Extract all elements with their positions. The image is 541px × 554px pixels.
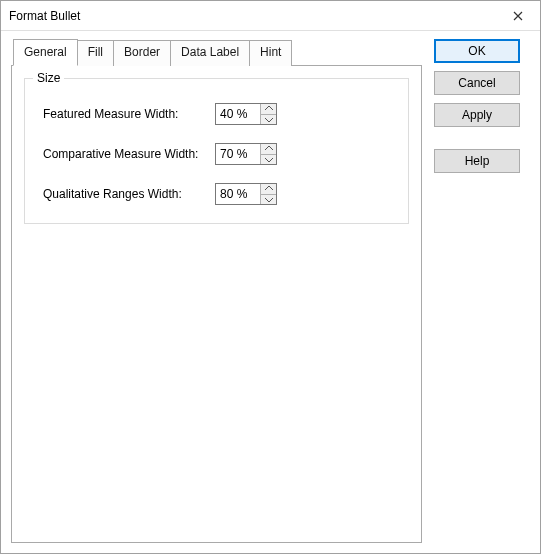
chevron-up-icon (265, 146, 273, 151)
qualitative-ranges-spinner[interactable] (215, 183, 277, 205)
comparative-measure-spinner[interactable] (215, 143, 277, 165)
featured-measure-label: Featured Measure Width: (43, 107, 215, 121)
size-group: Size Featured Measure Width: Compara (24, 78, 409, 224)
dialog-window: Format Bullet General Fill Border Data L… (0, 0, 541, 554)
spin-up-button[interactable] (261, 104, 276, 114)
chevron-up-icon (265, 186, 273, 191)
chevron-down-icon (265, 157, 273, 162)
qualitative-ranges-row: Qualitative Ranges Width: (43, 183, 396, 205)
tab-general[interactable]: General (13, 39, 78, 66)
titlebar: Format Bullet (1, 1, 540, 31)
tab-data-label[interactable]: Data Label (170, 40, 250, 66)
cancel-button[interactable]: Cancel (434, 71, 520, 95)
qualitative-ranges-label: Qualitative Ranges Width: (43, 187, 215, 201)
tab-label: Fill (88, 45, 103, 59)
featured-measure-row: Featured Measure Width: (43, 103, 396, 125)
dialog-body: General Fill Border Data Label Hint Size… (1, 31, 540, 553)
spin-buttons (260, 184, 276, 204)
spin-buttons (260, 104, 276, 124)
tabstrip: General Fill Border Data Label Hint (13, 39, 422, 65)
tab-label: Border (124, 45, 160, 59)
qualitative-ranges-input[interactable] (216, 184, 260, 204)
size-group-title: Size (33, 71, 64, 85)
spin-up-button[interactable] (261, 184, 276, 194)
apply-button[interactable]: Apply (434, 103, 520, 127)
tab-label: Hint (260, 45, 281, 59)
ok-button[interactable]: OK (434, 39, 520, 63)
side-buttons: OK Cancel Apply Help (434, 39, 530, 543)
close-icon (513, 8, 523, 24)
button-spacer (434, 135, 530, 149)
comparative-measure-label: Comparative Measure Width: (43, 147, 215, 161)
tab-panel-general: Size Featured Measure Width: Compara (11, 65, 422, 543)
tab-border[interactable]: Border (113, 40, 171, 66)
spin-up-button[interactable] (261, 144, 276, 154)
tab-label: Data Label (181, 45, 239, 59)
spin-buttons (260, 144, 276, 164)
chevron-up-icon (265, 106, 273, 111)
main-column: General Fill Border Data Label Hint Size… (11, 39, 422, 543)
tab-label: General (24, 45, 67, 59)
featured-measure-spinner[interactable] (215, 103, 277, 125)
chevron-down-icon (265, 197, 273, 202)
window-title: Format Bullet (9, 9, 495, 23)
chevron-down-icon (265, 117, 273, 122)
comparative-measure-input[interactable] (216, 144, 260, 164)
featured-measure-input[interactable] (216, 104, 260, 124)
help-button[interactable]: Help (434, 149, 520, 173)
spin-down-button[interactable] (261, 154, 276, 165)
tab-fill[interactable]: Fill (77, 40, 114, 66)
close-button[interactable] (495, 1, 540, 30)
comparative-measure-row: Comparative Measure Width: (43, 143, 396, 165)
tab-hint[interactable]: Hint (249, 40, 292, 66)
spin-down-button[interactable] (261, 194, 276, 205)
spin-down-button[interactable] (261, 114, 276, 125)
